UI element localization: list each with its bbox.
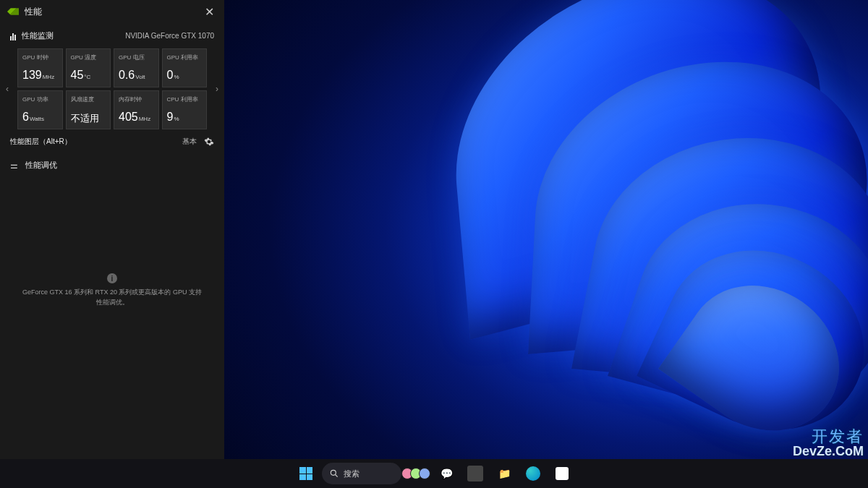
- edge-button[interactable]: [520, 461, 546, 487]
- widgets-icon: [467, 466, 483, 481]
- folder-icon: 📁: [496, 466, 512, 481]
- performance-tuning-row[interactable]: ⚌ 性能调优: [0, 154, 224, 176]
- tuning-label: 性能调优: [25, 160, 57, 171]
- info-text: GeForce GTX 16 系列和 RTX 20 系列或更高版本的 GPU 支…: [22, 288, 203, 307]
- watermark-cn: 开发者: [793, 429, 864, 445]
- edge-icon: [526, 466, 540, 481]
- metrics-next-button[interactable]: ›: [213, 77, 221, 101]
- start-button[interactable]: [293, 461, 319, 487]
- nvidia-logo-icon: [7, 6, 19, 17]
- metric-tile[interactable]: GPU 电压0.6Volt: [114, 48, 159, 87]
- metric-tile[interactable]: GPU 功率6Watts: [17, 90, 63, 129]
- windows-logo-icon: [299, 467, 312, 480]
- desktop-wallpaper[interactable]: [224, 0, 868, 459]
- overlay-label: 性能图层（Alt+R）: [10, 137, 72, 147]
- gpu-name: NVIDIA GeForce GTX 1070: [125, 32, 214, 40]
- metric-label: GPU 时钟: [22, 53, 58, 61]
- metric-label: GPU 电压: [119, 53, 154, 61]
- search-icon: [329, 468, 339, 479]
- metric-value: 405MHz: [119, 111, 154, 123]
- metric-tile[interactable]: GPU 时钟139MHz: [17, 48, 63, 87]
- taskbar-search[interactable]: 搜索: [322, 463, 401, 484]
- metric-value: 0%: [167, 69, 203, 81]
- metric-value: 6Watts: [22, 111, 58, 123]
- metric-value: 不适用: [71, 114, 106, 123]
- monitoring-header: 性能监测 NVIDIA GeForce GTX 1070: [0, 23, 224, 48]
- gear-icon[interactable]: [204, 137, 214, 147]
- close-button[interactable]: ✕: [202, 5, 217, 19]
- sliders-icon: ⚌: [10, 160, 18, 171]
- metric-label: GPU 利用率: [167, 53, 203, 61]
- overlay-mode[interactable]: 基本: [182, 137, 197, 147]
- svg-point-0: [331, 470, 336, 475]
- metric-tile[interactable]: 内存时钟405MHz: [114, 90, 159, 129]
- bars-icon: [10, 32, 16, 40]
- widgets-button[interactable]: [462, 461, 488, 487]
- metric-label: 风扇速度: [71, 95, 106, 103]
- metric-tile[interactable]: GPU 利用率0%: [162, 48, 208, 87]
- explorer-button[interactable]: 📁: [491, 461, 517, 487]
- chat-button[interactable]: 💬: [433, 461, 459, 487]
- metric-label: GPU 温度: [71, 53, 106, 61]
- chat-icon: 💬: [438, 466, 454, 481]
- overlay-row: 性能图层（Alt+R） 基本: [0, 129, 224, 154]
- panel-title: 性能: [25, 6, 202, 18]
- panel-header: 性能 ✕: [0, 0, 224, 23]
- metric-tile[interactable]: GPU 温度45°C: [66, 48, 111, 87]
- metric-value: 9%: [167, 111, 203, 123]
- metric-value: 45°C: [71, 69, 106, 81]
- metric-tile[interactable]: CPU 利用率9%: [162, 90, 208, 129]
- watermark: 开发者 DevZe.CoM: [793, 429, 864, 458]
- svg-line-1: [336, 475, 338, 477]
- info-icon: i: [107, 273, 117, 283]
- nvidia-performance-panel: 性能 ✕ 性能监测 NVIDIA GeForce GTX 1070 ‹ GPU …: [0, 0, 224, 459]
- info-block: i GeForce GTX 16 系列和 RTX 20 系列或更高版本的 GPU…: [0, 263, 224, 459]
- metric-tile[interactable]: 风扇速度不适用: [66, 90, 111, 129]
- metric-label: CPU 利用率: [167, 95, 203, 103]
- metric-value: 0.6Volt: [119, 69, 154, 81]
- task-view-button[interactable]: [404, 461, 430, 487]
- watermark-en: DevZe.CoM: [793, 445, 864, 458]
- search-placeholder: 搜索: [344, 468, 359, 479]
- metric-label: GPU 功率: [22, 95, 58, 103]
- taskbar: 搜索 💬 📁: [0, 459, 868, 488]
- wallpaper-bloom: [326, 0, 868, 459]
- avatars-icon: [404, 468, 430, 479]
- store-button[interactable]: [549, 461, 575, 487]
- metric-value: 139MHz: [22, 69, 58, 81]
- metric-label: 内存时钟: [119, 95, 154, 103]
- metrics-container: ‹ GPU 时钟139MHzGPU 温度45°CGPU 电压0.6VoltGPU…: [0, 48, 224, 129]
- metrics-prev-button[interactable]: ‹: [3, 77, 12, 101]
- monitoring-label: 性能监测: [22, 30, 54, 41]
- store-icon: [556, 467, 569, 480]
